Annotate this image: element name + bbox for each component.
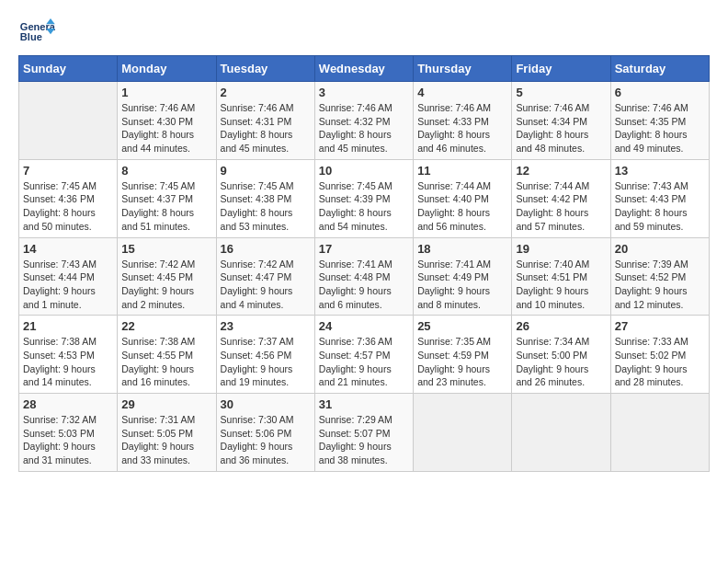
day-number: 5 [516, 86, 606, 99]
calendar-cell: 21Sunrise: 7:38 AMSunset: 4:53 PMDayligh… [19, 316, 118, 394]
calendar-cell: 18Sunrise: 7:41 AMSunset: 4:49 PMDayligh… [414, 237, 512, 316]
day-number: 12 [516, 164, 606, 178]
day-number: 10 [319, 164, 409, 178]
day-info: Sunrise: 7:45 AMSunset: 4:37 PMDaylight:… [121, 179, 211, 234]
day-info: Sunrise: 7:45 AMSunset: 4:38 PMDaylight:… [221, 179, 311, 234]
header-day-friday: Friday [512, 56, 610, 82]
day-info: Sunrise: 7:37 AMSunset: 4:56 PMDaylight:… [221, 335, 311, 389]
day-info: Sunrise: 7:33 AMSunset: 5:02 PMDaylight:… [615, 335, 705, 389]
day-info: Sunrise: 7:42 AMSunset: 4:47 PMDaylight:… [221, 258, 311, 312]
day-number: 11 [417, 164, 507, 178]
calendar-cell: 4Sunrise: 7:46 AMSunset: 4:33 PMDaylight… [414, 82, 512, 160]
calendar-cell: 26Sunrise: 7:34 AMSunset: 5:00 PMDayligh… [512, 316, 610, 394]
day-number: 27 [615, 319, 705, 333]
day-info: Sunrise: 7:46 AMSunset: 4:35 PMDaylight:… [615, 101, 705, 155]
calendar-cell: 1Sunrise: 7:46 AMSunset: 4:30 PMDaylight… [118, 82, 216, 160]
day-number: 16 [221, 242, 311, 256]
day-number: 28 [23, 397, 113, 411]
calendar-cell: 31Sunrise: 7:29 AMSunset: 5:07 PMDayligh… [314, 394, 413, 472]
day-number: 1 [121, 86, 211, 99]
calendar-cell: 24Sunrise: 7:36 AMSunset: 4:57 PMDayligh… [314, 316, 413, 394]
calendar-cell: 30Sunrise: 7:30 AMSunset: 5:06 PMDayligh… [216, 394, 314, 472]
calendar-cell [610, 394, 709, 472]
day-number: 21 [23, 319, 113, 333]
day-number: 2 [221, 86, 311, 99]
calendar-cell: 11Sunrise: 7:44 AMSunset: 4:40 PMDayligh… [414, 159, 512, 237]
day-info: Sunrise: 7:34 AMSunset: 5:00 PMDaylight:… [516, 335, 606, 389]
day-number: 31 [319, 397, 409, 411]
day-info: Sunrise: 7:32 AMSunset: 5:03 PMDaylight:… [23, 413, 113, 467]
logo: General Blue [18, 18, 55, 46]
day-number: 14 [23, 242, 113, 256]
day-number: 3 [319, 86, 409, 99]
day-number: 13 [615, 164, 705, 178]
calendar-week-1: 1Sunrise: 7:46 AMSunset: 4:30 PMDaylight… [19, 82, 710, 160]
day-number: 20 [615, 242, 705, 256]
day-info: Sunrise: 7:45 AMSunset: 4:36 PMDaylight:… [23, 179, 113, 234]
day-info: Sunrise: 7:36 AMSunset: 4:57 PMDaylight:… [319, 335, 409, 389]
calendar-cell: 6Sunrise: 7:46 AMSunset: 4:35 PMDaylight… [610, 82, 709, 160]
day-info: Sunrise: 7:43 AMSunset: 4:44 PMDaylight:… [23, 258, 113, 312]
day-info: Sunrise: 7:43 AMSunset: 4:43 PMDaylight:… [615, 179, 705, 234]
day-number: 17 [319, 242, 409, 256]
calendar-cell: 25Sunrise: 7:35 AMSunset: 4:59 PMDayligh… [414, 316, 512, 394]
header-day-sunday: Sunday [19, 56, 118, 82]
calendar-header-row: SundayMondayTuesdayWednesdayThursdayFrid… [19, 56, 710, 82]
calendar-cell: 16Sunrise: 7:42 AMSunset: 4:47 PMDayligh… [216, 237, 314, 316]
day-info: Sunrise: 7:46 AMSunset: 4:33 PMDaylight:… [417, 101, 507, 155]
day-number: 22 [121, 319, 211, 333]
header-day-wednesday: Wednesday [314, 56, 413, 82]
day-number: 26 [516, 319, 606, 333]
logo-icon: General Blue [18, 18, 55, 46]
day-number: 4 [417, 86, 507, 99]
day-number: 6 [615, 86, 705, 99]
day-info: Sunrise: 7:41 AMSunset: 4:48 PMDaylight:… [319, 258, 409, 312]
day-number: 7 [23, 164, 113, 178]
day-info: Sunrise: 7:44 AMSunset: 4:42 PMDaylight:… [516, 179, 606, 234]
day-info: Sunrise: 7:46 AMSunset: 4:32 PMDaylight:… [319, 101, 409, 155]
calendar-cell: 19Sunrise: 7:40 AMSunset: 4:51 PMDayligh… [512, 237, 610, 316]
day-number: 9 [221, 164, 311, 178]
header-day-monday: Monday [118, 56, 216, 82]
calendar-cell: 29Sunrise: 7:31 AMSunset: 5:05 PMDayligh… [118, 394, 216, 472]
day-number: 18 [417, 242, 507, 256]
day-number: 8 [121, 164, 211, 178]
day-number: 30 [221, 397, 311, 411]
calendar-week-4: 21Sunrise: 7:38 AMSunset: 4:53 PMDayligh… [19, 316, 710, 394]
day-info: Sunrise: 7:44 AMSunset: 4:40 PMDaylight:… [417, 179, 507, 234]
day-info: Sunrise: 7:40 AMSunset: 4:51 PMDaylight:… [516, 258, 606, 312]
day-info: Sunrise: 7:35 AMSunset: 4:59 PMDaylight:… [417, 335, 507, 389]
calendar-week-3: 14Sunrise: 7:43 AMSunset: 4:44 PMDayligh… [19, 237, 710, 316]
day-number: 24 [319, 319, 409, 333]
calendar-cell: 23Sunrise: 7:37 AMSunset: 4:56 PMDayligh… [216, 316, 314, 394]
day-info: Sunrise: 7:39 AMSunset: 4:52 PMDaylight:… [615, 258, 705, 312]
calendar-cell: 27Sunrise: 7:33 AMSunset: 5:02 PMDayligh… [610, 316, 709, 394]
calendar-cell [512, 394, 610, 472]
calendar-cell: 20Sunrise: 7:39 AMSunset: 4:52 PMDayligh… [610, 237, 709, 316]
calendar-cell: 17Sunrise: 7:41 AMSunset: 4:48 PMDayligh… [314, 237, 413, 316]
header-day-tuesday: Tuesday [216, 56, 314, 82]
calendar-cell [19, 82, 118, 160]
calendar-cell: 3Sunrise: 7:46 AMSunset: 4:32 PMDaylight… [314, 82, 413, 160]
calendar-cell [414, 394, 512, 472]
header-day-saturday: Saturday [610, 56, 709, 82]
header-day-thursday: Thursday [414, 56, 512, 82]
day-number: 23 [221, 319, 311, 333]
calendar-week-2: 7Sunrise: 7:45 AMSunset: 4:36 PMDaylight… [19, 159, 710, 237]
calendar-cell: 15Sunrise: 7:42 AMSunset: 4:45 PMDayligh… [118, 237, 216, 316]
day-info: Sunrise: 7:46 AMSunset: 4:31 PMDaylight:… [221, 101, 311, 155]
calendar-cell: 28Sunrise: 7:32 AMSunset: 5:03 PMDayligh… [19, 394, 118, 472]
calendar-cell: 13Sunrise: 7:43 AMSunset: 4:43 PMDayligh… [610, 159, 709, 237]
calendar-cell: 7Sunrise: 7:45 AMSunset: 4:36 PMDaylight… [19, 159, 118, 237]
day-info: Sunrise: 7:30 AMSunset: 5:06 PMDaylight:… [221, 413, 311, 467]
day-info: Sunrise: 7:42 AMSunset: 4:45 PMDaylight:… [121, 258, 211, 312]
calendar-cell: 2Sunrise: 7:46 AMSunset: 4:31 PMDaylight… [216, 82, 314, 160]
calendar-cell: 22Sunrise: 7:38 AMSunset: 4:55 PMDayligh… [118, 316, 216, 394]
day-number: 25 [417, 319, 507, 333]
day-info: Sunrise: 7:38 AMSunset: 4:53 PMDaylight:… [23, 335, 113, 389]
calendar-cell: 5Sunrise: 7:46 AMSunset: 4:34 PMDaylight… [512, 82, 610, 160]
calendar-cell: 14Sunrise: 7:43 AMSunset: 4:44 PMDayligh… [19, 237, 118, 316]
day-info: Sunrise: 7:38 AMSunset: 4:55 PMDaylight:… [121, 335, 211, 389]
calendar-cell: 8Sunrise: 7:45 AMSunset: 4:37 PMDaylight… [118, 159, 216, 237]
day-info: Sunrise: 7:41 AMSunset: 4:49 PMDaylight:… [417, 258, 507, 312]
